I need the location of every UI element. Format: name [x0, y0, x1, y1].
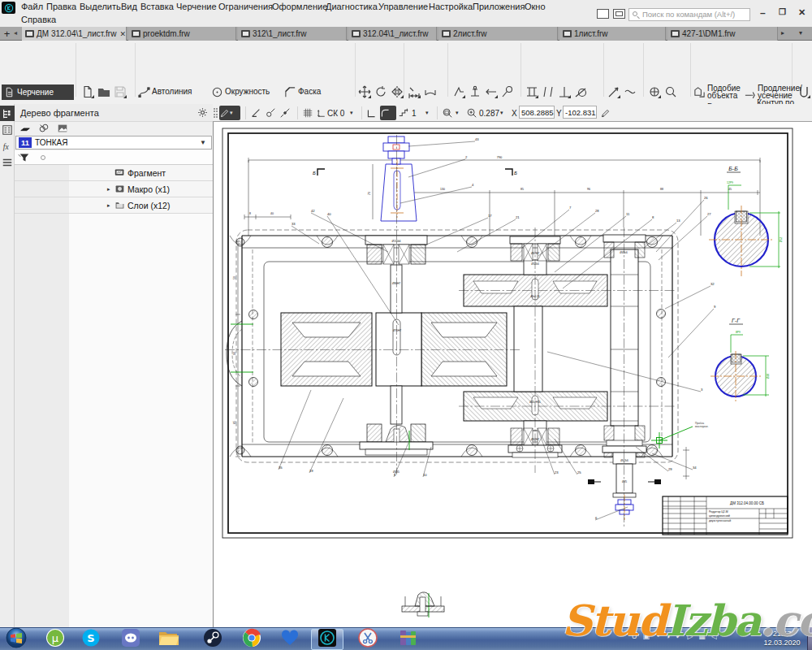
tree-item[interactable]: ▸Макро (x1) [15, 181, 213, 197]
tree-item[interactable]: Фрагмент [15, 165, 213, 181]
menu-1[interactable]: Правка [46, 2, 76, 11]
strip-treeico[interactable] [0, 106, 15, 121]
taskbar-snip-icon[interactable] [352, 629, 384, 650]
zoom-icon[interactable] [466, 106, 478, 120]
y-label[interactable]: Y [556, 106, 563, 120]
new-tab-button[interactable]: + [2, 28, 12, 40]
step-value[interactable]: 1 [412, 106, 420, 120]
snap-angle-icon[interactable] [265, 106, 278, 120]
document-tab[interactable]: 312.04\1_лист.frw [348, 27, 437, 41]
menu-10[interactable]: Настройка [429, 2, 473, 11]
screen-toggle-icon[interactable] [613, 9, 625, 19]
menu-8[interactable]: Диагностика [326, 2, 378, 11]
tab-scroll-left-icon[interactable]: ◂ [14, 29, 17, 37]
di-tool-arr2-icon[interactable] [623, 84, 637, 99]
command-search-input[interactable]: Поиск по командам (Alt+/) [628, 8, 750, 21]
menu-11[interactable]: Приложения [473, 2, 525, 11]
svg-text:48±0.31: 48±0.31 [530, 295, 540, 298]
strip-hamb[interactable] [0, 154, 15, 170]
pravka-tool-rotate-icon[interactable] [374, 84, 388, 99]
tree-item[interactable]: ▸Слои (x12) [15, 197, 213, 214]
step-dropdown[interactable]: ▾ [425, 106, 432, 120]
expand-icon[interactable]: ▸ [107, 186, 110, 193]
tool-extend[interactable]: Продление/ усечение [744, 84, 802, 100]
tool-circletool[interactable]: Окружность [211, 84, 270, 100]
strip-propico[interactable] [0, 122, 15, 137]
zoom-window-icon[interactable] [442, 106, 455, 120]
tree-filter-row[interactable] [15, 150, 213, 165]
menu-5[interactable]: Черчение [176, 2, 217, 11]
layer-dropdown[interactable]: 11 ТОНКАЯ ▼ [15, 136, 212, 150]
taskbar-explorer-icon[interactable] [152, 629, 184, 650]
menu-12[interactable]: Окно [525, 2, 546, 11]
panel-settings-gear-icon[interactable] [197, 106, 208, 121]
snap-parallel-icon[interactable] [250, 106, 263, 120]
csys-icon[interactable] [317, 106, 326, 120]
grid-icon[interactable] [302, 106, 315, 120]
csys-value[interactable]: СК 0 [327, 106, 348, 120]
tab-close-icon[interactable]: ✕ [116, 30, 126, 38]
system-tool-folder-icon[interactable] [97, 84, 111, 99]
snap-point-icon[interactable] [279, 106, 292, 120]
taskbar-winrar-icon[interactable] [391, 629, 424, 650]
menu-4[interactable]: Вставка [140, 2, 174, 11]
document-tab[interactable]: 312\1_лист.frw [238, 27, 347, 41]
pick-coords-icon[interactable] [600, 106, 611, 120]
taskbar-utorrent-icon[interactable]: µ [39, 629, 71, 650]
tool-similar[interactable]: Подобие объекта [693, 84, 741, 100]
document-tab[interactable]: 2лист.frw [438, 27, 558, 41]
svg-text:маслоуказ.: маслоуказ. [695, 425, 708, 428]
svg-text:88: 88 [660, 188, 663, 191]
side-button-0[interactable]: Черчение [2, 84, 74, 100]
draw-mode-button[interactable]: ▾ [219, 106, 240, 120]
filter-funnel-icon[interactable] [19, 153, 29, 162]
taskbar-start-icon[interactable] [0, 629, 32, 650]
drawing-canvas[interactable]: 4324404217217281181326273293351951023252… [213, 122, 812, 627]
svg-text:Ø35: Ø35 [622, 480, 627, 483]
zoom-window-dropdown[interactable]: ▾ [456, 106, 462, 120]
document-tab[interactable]: ДМ 312.04\1_лист.frw✕ [22, 27, 127, 41]
grip[interactable] [214, 106, 218, 120]
maximize-button[interactable]: ❐ [779, 7, 786, 16]
x-label[interactable]: X [512, 106, 518, 120]
taskbar-kompas-icon[interactable] [311, 629, 343, 650]
layout-toggle-icon[interactable] [597, 9, 609, 19]
ortho-icon[interactable] [366, 106, 378, 120]
menu-2[interactable]: Выделить [80, 2, 121, 11]
minimize-button[interactable]: – [760, 7, 766, 19]
y-field[interactable]: -102.831 [563, 106, 597, 119]
x-field[interactable]: 508.2885 [519, 106, 555, 119]
menu-help[interactable]: Справка [21, 15, 56, 24]
menu-0[interactable]: Файл [21, 2, 43, 11]
vst-tool-lens-icon[interactable] [663, 84, 678, 99]
zoom-dropdown[interactable]: ▾ [500, 106, 507, 120]
document-tab[interactable]: 427-1\DM1.frw [667, 27, 778, 41]
document-tab[interactable]: proektdm.frw [128, 27, 236, 41]
taskbar-skype-icon[interactable]: S [75, 629, 107, 650]
ogran-tool-tang-icon[interactable] [573, 84, 588, 99]
strip-fxico[interactable]: fx [0, 138, 15, 154]
rounding-button[interactable] [380, 106, 396, 120]
tool-autoline[interactable]: Автолиния [138, 84, 192, 100]
menu-3[interactable]: Вид [121, 2, 137, 11]
expand-icon[interactable]: ▸ [107, 202, 110, 209]
menu-6[interactable]: Ограничения [218, 2, 273, 11]
menu-7[interactable]: Оформление [272, 2, 327, 11]
taskbar-heart-icon[interactable] [274, 629, 306, 650]
document-tab[interactable]: 1лист.frw [559, 27, 666, 41]
tab-scroll-right-icon[interactable]: ▸ [781, 29, 784, 37]
step-icon[interactable] [398, 106, 411, 120]
csys-dropdown[interactable]: ▾ [350, 106, 356, 120]
zoom-value[interactable]: 0.287 [479, 106, 500, 120]
taskbar-steam-icon[interactable] [197, 629, 229, 650]
close-button[interactable]: ✕ [798, 7, 806, 18]
tab-list-icon[interactable]: ▾ [799, 29, 802, 37]
tool-chamfer[interactable]: Фаска [284, 84, 321, 100]
obozn-tool-datum-icon[interactable] [468, 84, 482, 99]
taskbar-chrome-icon[interactable] [235, 629, 268, 650]
menu-9[interactable]: Управление [378, 2, 428, 11]
taskbar-discord-icon[interactable] [114, 629, 147, 650]
ogran-tool-paral-icon[interactable] [541, 84, 555, 99]
raz-tool-dimcur-icon[interactable] [423, 84, 438, 99]
obozn-tool-marker-icon[interactable] [500, 84, 515, 99]
